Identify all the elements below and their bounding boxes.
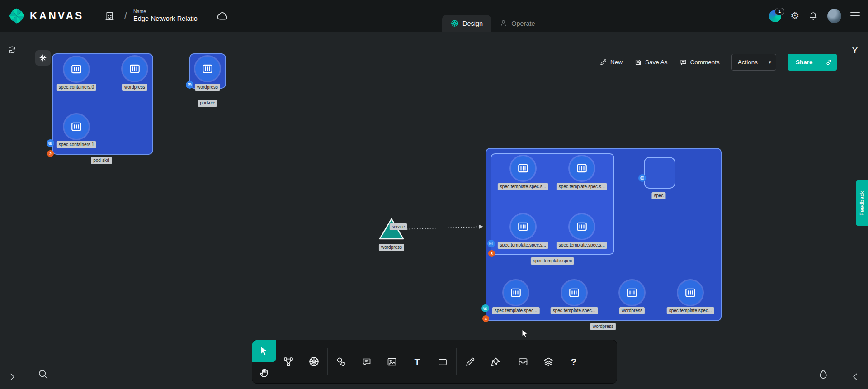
hamburger-menu-icon[interactable] (850, 12, 860, 19)
kubernetes-icon (308, 356, 320, 368)
user-avatar[interactable] (827, 9, 841, 23)
node-template-container[interactable] (511, 214, 535, 239)
pen-tool[interactable] (483, 351, 508, 372)
flower-icon (38, 53, 47, 62)
actions-button[interactable]: Actions ▾ (731, 54, 776, 71)
comment-tool[interactable] (354, 351, 379, 372)
organization-icon[interactable] (104, 11, 115, 21)
node-label: spec.containers.1 (57, 141, 96, 148)
comments-button[interactable]: Comments (679, 58, 720, 66)
shapes-tool[interactable] (329, 351, 354, 372)
kubernetes-components-tool[interactable] (301, 351, 326, 372)
k8s-badge-icon[interactable] (481, 304, 489, 312)
save-as-button[interactable]: Save As (634, 58, 668, 66)
section-tool[interactable] (430, 351, 455, 372)
container-icon (509, 286, 523, 299)
container-icon (516, 220, 530, 233)
node-template-container[interactable] (570, 214, 594, 239)
notifications-bell-icon[interactable] (808, 11, 818, 21)
mode-tabs: Design Operate (442, 15, 543, 32)
media-tool[interactable] (379, 351, 405, 372)
relationship-tool[interactable] (276, 351, 301, 372)
node-spec[interactable] (644, 157, 675, 189)
pencil-icon (599, 58, 607, 66)
container-icon (575, 220, 589, 233)
image-icon (387, 356, 397, 367)
comment-icon (361, 356, 372, 367)
design-name-input[interactable] (133, 14, 205, 23)
container-icon (567, 286, 581, 299)
shapes-icon (336, 356, 347, 367)
k8s-badge-icon[interactable] (638, 174, 646, 182)
node-label: spec.template.spec.s... (557, 242, 607, 249)
divider (327, 348, 328, 375)
pointer-icon (259, 346, 269, 356)
pencil-tool[interactable] (458, 351, 483, 372)
tab-operate[interactable]: Operate (491, 15, 543, 32)
link-icon[interactable] (825, 58, 833, 66)
node-wordpress[interactable] (195, 57, 220, 81)
container-icon (625, 286, 639, 299)
layers-icon (543, 356, 554, 367)
extensions-icon[interactable]: 1 (769, 10, 781, 22)
edge-service-to-wordpress[interactable] (400, 223, 488, 232)
bottom-toolbar: T ? (252, 340, 617, 384)
container-icon (48, 141, 53, 146)
node-template-container[interactable] (504, 280, 528, 305)
import-drawer-tool[interactable] (510, 351, 536, 372)
k8s-badge-icon[interactable] (47, 139, 54, 147)
group-spec-template-spec[interactable] (491, 153, 614, 255)
text-tool[interactable]: T (405, 351, 430, 372)
kanvas-logo-icon[interactable] (8, 7, 25, 24)
new-button[interactable]: New (599, 58, 623, 66)
container-icon (684, 286, 697, 299)
share-button[interactable]: Share (788, 54, 837, 71)
issue-count-badge[interactable]: 3 (482, 315, 489, 322)
k8s-badge-icon[interactable] (186, 81, 193, 89)
node-template-container[interactable] (511, 156, 535, 180)
node-template-container[interactable] (678, 280, 703, 305)
cloud-sync-icon[interactable] (217, 10, 229, 22)
k8s-badge-icon[interactable] (487, 240, 495, 247)
container-icon (187, 82, 192, 87)
drawer-icon (518, 356, 528, 367)
tab-design[interactable]: Design (442, 15, 491, 32)
node-label: spec.template.spec.s... (557, 183, 607, 190)
ink-drop-icon[interactable] (817, 368, 829, 380)
node-template-container[interactable] (570, 156, 594, 180)
comments-label: Comments (690, 59, 720, 66)
select-tool[interactable] (252, 340, 276, 362)
node-wordpress[interactable] (620, 280, 644, 305)
feedback-tab[interactable]: Feedback (856, 180, 868, 226)
zoom-search-icon[interactable] (37, 368, 49, 380)
mouse-cursor (520, 328, 531, 339)
node-template-container[interactable] (562, 280, 586, 305)
node-spec-containers-0[interactable] (64, 57, 89, 81)
issue-count-badge[interactable]: 3 (488, 250, 495, 257)
container-icon (70, 62, 83, 76)
collaborator-cursor-label: Y (852, 45, 858, 56)
flow-icon (283, 356, 294, 367)
node-spec-containers-1[interactable] (64, 114, 89, 139)
app-header: KANVAS / Name Design Operate 1 ⚙ (0, 0, 868, 32)
node-label: wordpress (619, 307, 645, 314)
help-tool[interactable]: ? (561, 351, 586, 372)
group-label: wordpress (590, 323, 616, 330)
pencil-icon (465, 356, 476, 367)
layers-tool[interactable] (536, 351, 561, 372)
breadcrumb-separator: / (124, 9, 127, 22)
feedback-label: Feedback (859, 191, 865, 216)
container-icon (640, 176, 645, 180)
collapse-right-panel-icon[interactable] (850, 371, 861, 382)
caret-down-icon[interactable]: ▾ (764, 59, 776, 65)
settings-gear-icon[interactable]: ⚙ (790, 11, 799, 21)
hand-icon (259, 367, 270, 379)
issue-count-badge[interactable]: 2 (47, 150, 54, 157)
node-wordpress[interactable] (123, 57, 147, 81)
node-label: spec.template.spec... (551, 307, 598, 314)
divider (821, 54, 821, 71)
save-as-label: Save As (645, 59, 668, 66)
pan-tool[interactable] (255, 364, 274, 382)
dock-anchor-icon[interactable] (35, 50, 51, 66)
node-label: spec (651, 192, 665, 199)
